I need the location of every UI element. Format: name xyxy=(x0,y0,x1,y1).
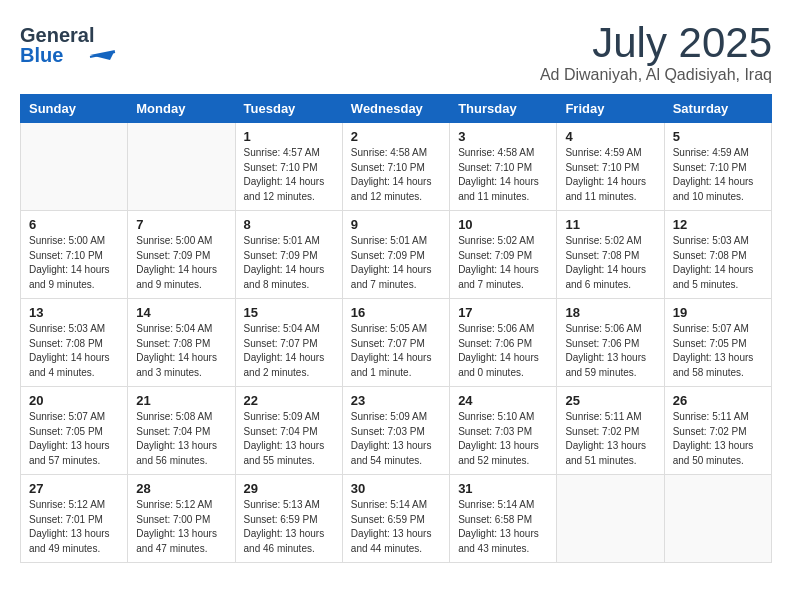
calendar-cell: 11Sunrise: 5:02 AM Sunset: 7:08 PM Dayli… xyxy=(557,211,664,299)
calendar-cell xyxy=(128,123,235,211)
day-info: Sunrise: 4:58 AM Sunset: 7:10 PM Dayligh… xyxy=(458,146,548,204)
calendar-cell: 21Sunrise: 5:08 AM Sunset: 7:04 PM Dayli… xyxy=(128,387,235,475)
day-info: Sunrise: 5:04 AM Sunset: 7:08 PM Dayligh… xyxy=(136,322,226,380)
day-info: Sunrise: 4:58 AM Sunset: 7:10 PM Dayligh… xyxy=(351,146,441,204)
calendar-cell: 10Sunrise: 5:02 AM Sunset: 7:09 PM Dayli… xyxy=(450,211,557,299)
day-number: 12 xyxy=(673,217,763,232)
logo-icon: General Blue xyxy=(20,20,130,70)
calendar-cell: 24Sunrise: 5:10 AM Sunset: 7:03 PM Dayli… xyxy=(450,387,557,475)
calendar-body: 1Sunrise: 4:57 AM Sunset: 7:10 PM Daylig… xyxy=(21,123,772,563)
day-number: 31 xyxy=(458,481,548,496)
day-info: Sunrise: 5:05 AM Sunset: 7:07 PM Dayligh… xyxy=(351,322,441,380)
day-info: Sunrise: 5:13 AM Sunset: 6:59 PM Dayligh… xyxy=(244,498,334,556)
day-number: 5 xyxy=(673,129,763,144)
day-number: 22 xyxy=(244,393,334,408)
weekday-header-row: SundayMondayTuesdayWednesdayThursdayFrid… xyxy=(21,95,772,123)
calendar-cell: 9Sunrise: 5:01 AM Sunset: 7:09 PM Daylig… xyxy=(342,211,449,299)
day-info: Sunrise: 5:14 AM Sunset: 6:58 PM Dayligh… xyxy=(458,498,548,556)
day-number: 1 xyxy=(244,129,334,144)
calendar-cell: 25Sunrise: 5:11 AM Sunset: 7:02 PM Dayli… xyxy=(557,387,664,475)
calendar-cell: 12Sunrise: 5:03 AM Sunset: 7:08 PM Dayli… xyxy=(664,211,771,299)
calendar-cell xyxy=(21,123,128,211)
calendar-cell xyxy=(664,475,771,563)
day-number: 17 xyxy=(458,305,548,320)
day-info: Sunrise: 5:11 AM Sunset: 7:02 PM Dayligh… xyxy=(673,410,763,468)
day-info: Sunrise: 5:01 AM Sunset: 7:09 PM Dayligh… xyxy=(244,234,334,292)
logo: General Blue xyxy=(20,20,132,70)
day-number: 30 xyxy=(351,481,441,496)
calendar-cell: 27Sunrise: 5:12 AM Sunset: 7:01 PM Dayli… xyxy=(21,475,128,563)
weekday-monday: Monday xyxy=(128,95,235,123)
calendar-cell: 2Sunrise: 4:58 AM Sunset: 7:10 PM Daylig… xyxy=(342,123,449,211)
day-info: Sunrise: 5:09 AM Sunset: 7:03 PM Dayligh… xyxy=(351,410,441,468)
day-info: Sunrise: 5:06 AM Sunset: 7:06 PM Dayligh… xyxy=(458,322,548,380)
location: Ad Diwaniyah, Al Qadisiyah, Iraq xyxy=(540,66,772,84)
day-number: 24 xyxy=(458,393,548,408)
page-header: General Blue July 2025 Ad Diwaniyah, Al … xyxy=(20,20,772,84)
calendar-cell: 1Sunrise: 4:57 AM Sunset: 7:10 PM Daylig… xyxy=(235,123,342,211)
weekday-sunday: Sunday xyxy=(21,95,128,123)
day-number: 29 xyxy=(244,481,334,496)
day-info: Sunrise: 5:06 AM Sunset: 7:06 PM Dayligh… xyxy=(565,322,655,380)
day-number: 13 xyxy=(29,305,119,320)
day-info: Sunrise: 5:01 AM Sunset: 7:09 PM Dayligh… xyxy=(351,234,441,292)
day-info: Sunrise: 5:04 AM Sunset: 7:07 PM Dayligh… xyxy=(244,322,334,380)
weekday-wednesday: Wednesday xyxy=(342,95,449,123)
day-number: 26 xyxy=(673,393,763,408)
day-info: Sunrise: 5:08 AM Sunset: 7:04 PM Dayligh… xyxy=(136,410,226,468)
day-number: 8 xyxy=(244,217,334,232)
week-row-4: 20Sunrise: 5:07 AM Sunset: 7:05 PM Dayli… xyxy=(21,387,772,475)
calendar-cell: 8Sunrise: 5:01 AM Sunset: 7:09 PM Daylig… xyxy=(235,211,342,299)
calendar-cell: 28Sunrise: 5:12 AM Sunset: 7:00 PM Dayli… xyxy=(128,475,235,563)
calendar-cell: 16Sunrise: 5:05 AM Sunset: 7:07 PM Dayli… xyxy=(342,299,449,387)
calendar-cell: 7Sunrise: 5:00 AM Sunset: 7:09 PM Daylig… xyxy=(128,211,235,299)
calendar-cell: 17Sunrise: 5:06 AM Sunset: 7:06 PM Dayli… xyxy=(450,299,557,387)
weekday-tuesday: Tuesday xyxy=(235,95,342,123)
day-info: Sunrise: 4:59 AM Sunset: 7:10 PM Dayligh… xyxy=(673,146,763,204)
week-row-1: 1Sunrise: 4:57 AM Sunset: 7:10 PM Daylig… xyxy=(21,123,772,211)
calendar-cell: 19Sunrise: 5:07 AM Sunset: 7:05 PM Dayli… xyxy=(664,299,771,387)
day-number: 10 xyxy=(458,217,548,232)
day-info: Sunrise: 5:14 AM Sunset: 6:59 PM Dayligh… xyxy=(351,498,441,556)
day-number: 14 xyxy=(136,305,226,320)
day-info: Sunrise: 4:57 AM Sunset: 7:10 PM Dayligh… xyxy=(244,146,334,204)
day-info: Sunrise: 5:03 AM Sunset: 7:08 PM Dayligh… xyxy=(29,322,119,380)
day-number: 2 xyxy=(351,129,441,144)
day-number: 21 xyxy=(136,393,226,408)
day-info: Sunrise: 5:02 AM Sunset: 7:08 PM Dayligh… xyxy=(565,234,655,292)
weekday-friday: Friday xyxy=(557,95,664,123)
day-info: Sunrise: 5:10 AM Sunset: 7:03 PM Dayligh… xyxy=(458,410,548,468)
day-info: Sunrise: 5:12 AM Sunset: 7:01 PM Dayligh… xyxy=(29,498,119,556)
day-info: Sunrise: 4:59 AM Sunset: 7:10 PM Dayligh… xyxy=(565,146,655,204)
calendar-cell: 3Sunrise: 4:58 AM Sunset: 7:10 PM Daylig… xyxy=(450,123,557,211)
title-block: July 2025 Ad Diwaniyah, Al Qadisiyah, Ir… xyxy=(540,20,772,84)
week-row-3: 13Sunrise: 5:03 AM Sunset: 7:08 PM Dayli… xyxy=(21,299,772,387)
day-info: Sunrise: 5:07 AM Sunset: 7:05 PM Dayligh… xyxy=(673,322,763,380)
day-info: Sunrise: 5:00 AM Sunset: 7:09 PM Dayligh… xyxy=(136,234,226,292)
day-info: Sunrise: 5:12 AM Sunset: 7:00 PM Dayligh… xyxy=(136,498,226,556)
calendar-cell xyxy=(557,475,664,563)
calendar-cell: 14Sunrise: 5:04 AM Sunset: 7:08 PM Dayli… xyxy=(128,299,235,387)
day-number: 11 xyxy=(565,217,655,232)
calendar-cell: 30Sunrise: 5:14 AM Sunset: 6:59 PM Dayli… xyxy=(342,475,449,563)
day-number: 18 xyxy=(565,305,655,320)
calendar-cell: 13Sunrise: 5:03 AM Sunset: 7:08 PM Dayli… xyxy=(21,299,128,387)
day-info: Sunrise: 5:02 AM Sunset: 7:09 PM Dayligh… xyxy=(458,234,548,292)
svg-text:General: General xyxy=(20,24,94,46)
day-number: 25 xyxy=(565,393,655,408)
day-number: 7 xyxy=(136,217,226,232)
calendar-cell: 26Sunrise: 5:11 AM Sunset: 7:02 PM Dayli… xyxy=(664,387,771,475)
calendar-cell: 22Sunrise: 5:09 AM Sunset: 7:04 PM Dayli… xyxy=(235,387,342,475)
day-info: Sunrise: 5:09 AM Sunset: 7:04 PM Dayligh… xyxy=(244,410,334,468)
week-row-2: 6Sunrise: 5:00 AM Sunset: 7:10 PM Daylig… xyxy=(21,211,772,299)
calendar-cell: 23Sunrise: 5:09 AM Sunset: 7:03 PM Dayli… xyxy=(342,387,449,475)
day-number: 19 xyxy=(673,305,763,320)
day-number: 9 xyxy=(351,217,441,232)
day-number: 15 xyxy=(244,305,334,320)
calendar-cell: 4Sunrise: 4:59 AM Sunset: 7:10 PM Daylig… xyxy=(557,123,664,211)
calendar-cell: 15Sunrise: 5:04 AM Sunset: 7:07 PM Dayli… xyxy=(235,299,342,387)
calendar-cell: 20Sunrise: 5:07 AM Sunset: 7:05 PM Dayli… xyxy=(21,387,128,475)
calendar-cell: 31Sunrise: 5:14 AM Sunset: 6:58 PM Dayli… xyxy=(450,475,557,563)
weekday-thursday: Thursday xyxy=(450,95,557,123)
day-number: 6 xyxy=(29,217,119,232)
